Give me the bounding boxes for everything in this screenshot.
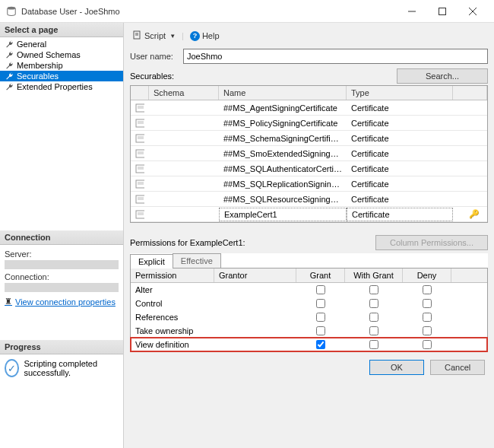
nav-label: Membership [17, 61, 63, 70]
nav-securables[interactable]: Securables [0, 71, 123, 81]
help-icon: ? [190, 31, 200, 41]
certificate-icon [131, 148, 149, 160]
maximize-button[interactable] [427, 1, 458, 22]
help-button[interactable]: ? Help [187, 30, 223, 43]
tab-explicit[interactable]: Explicit [130, 254, 173, 268]
row-type: Certificate [347, 102, 453, 114]
securable-row[interactable]: ##MS_SchemaSigningCertifica...Certificat… [131, 131, 487, 146]
grant-checkbox[interactable] [316, 340, 325, 349]
certificate-icon [131, 102, 149, 114]
minimize-button[interactable] [397, 1, 427, 22]
grant-checkbox[interactable] [316, 285, 325, 294]
deny-checkbox[interactable] [423, 285, 432, 294]
row-type: Certificate [347, 163, 453, 175]
script-label: Script [144, 31, 166, 40]
nav-label: General [17, 40, 46, 49]
certificate-icon [131, 132, 149, 145]
nav-label: Securables [17, 71, 59, 81]
row-name: ##MS_SmoExtendedSigningC... [219, 148, 347, 160]
permission-row[interactable]: View definition [131, 338, 487, 351]
select-page-header: Select a page [0, 23, 123, 37]
col-grantor: Grantor [214, 268, 296, 282]
col-deny: Deny [403, 268, 451, 282]
database-icon [6, 6, 17, 17]
close-button[interactable] [458, 1, 488, 22]
col-schema: Schema [149, 86, 219, 100]
deny-checkbox[interactable] [423, 299, 432, 308]
row-name: ##MS_AgentSigningCertificate [219, 102, 347, 114]
securable-row[interactable]: ##MS_SQLReplicationSigning...Certificate [131, 176, 487, 192]
securable-row[interactable]: ##MS_PolicySigningCertificateCertificate [131, 116, 487, 131]
perm-name: View definition [131, 339, 214, 350]
connection-link-text: View connection properties [15, 297, 116, 307]
success-check-icon: ✓ [5, 359, 19, 377]
search-button[interactable]: Search... [397, 68, 488, 84]
nav-general[interactable]: General [0, 39, 123, 49]
title-bar: Database User - JoeShmo [0, 0, 494, 23]
nav-owned-schemas[interactable]: Owned Schemas [0, 49, 123, 60]
view-connection-properties-link[interactable]: ♜ View connection properties [5, 297, 119, 307]
securable-row[interactable]: ##MS_SmoExtendedSigningC...Certificate [131, 146, 487, 161]
progress-header: Progress [0, 340, 123, 354]
permissions-grid[interactable]: Permission Grantor Grant With Grant Deny… [130, 268, 488, 352]
grant-checkbox[interactable] [316, 313, 325, 322]
permission-row[interactable]: Alter [131, 283, 487, 297]
column-permissions-button[interactable]: Column Permissions... [375, 235, 488, 250]
deny-checkbox[interactable] [423, 340, 432, 349]
connection-label: Connection: [5, 272, 119, 281]
server-label: Server: [5, 249, 119, 259]
svg-point-0 [8, 6, 16, 9]
row-type: Certificate [347, 148, 453, 160]
permission-row[interactable]: References [131, 310, 487, 324]
certificate-icon [131, 117, 149, 129]
certificate-icon [131, 208, 149, 221]
col-type: Type [347, 86, 453, 100]
grant-checkbox[interactable] [316, 299, 325, 308]
window-title: Database User - JoeShmo [21, 7, 397, 16]
securable-row[interactable]: ##MS_SQLResourceSigningC...Certificate [131, 192, 487, 207]
grant-checkbox[interactable] [316, 326, 325, 335]
permission-row[interactable]: Take ownership [131, 324, 487, 338]
permission-row[interactable]: Control [131, 297, 487, 310]
row-name: ExampleCert1 [219, 208, 347, 221]
col-with-grant: With Grant [345, 268, 403, 282]
username-label: User name: [130, 52, 183, 61]
username-input[interactable] [183, 49, 488, 64]
row-name: ##MS_SQLAuthenticatorCertifi... [219, 163, 347, 175]
col-permission: Permission [131, 268, 214, 282]
certificate-icon [131, 178, 149, 190]
with-grant-checkbox[interactable] [369, 313, 378, 322]
nav-label: Owned Schemas [17, 50, 81, 59]
row-type: Certificate [347, 132, 453, 145]
row-name: ##MS_PolicySigningCertificate [219, 117, 347, 129]
cancel-button[interactable]: Cancel [430, 360, 485, 375]
row-name: ##MS_SQLReplicationSigning... [219, 178, 347, 190]
securable-row[interactable]: ##MS_SQLAuthenticatorCertifi...Certifica… [131, 161, 487, 176]
connection-value [5, 283, 119, 292]
row-name: ##MS_SchemaSigningCertifica... [219, 132, 347, 145]
tab-effective[interactable]: Effective [173, 253, 221, 268]
server-value [5, 260, 119, 269]
nav-membership[interactable]: Membership [0, 60, 123, 71]
deny-checkbox[interactable] [423, 326, 432, 335]
deny-checkbox[interactable] [423, 313, 432, 322]
perm-name: References [131, 312, 214, 322]
securable-row[interactable]: ExampleCert1Certificate🔑 [131, 207, 487, 222]
with-grant-checkbox[interactable] [369, 285, 378, 294]
script-button[interactable]: Script ▼ [130, 29, 179, 43]
nav-extended-properties[interactable]: Extended Properties [0, 81, 123, 92]
with-grant-checkbox[interactable] [369, 326, 378, 335]
main-panel: Script ▼ | ? Help User name: Securables:… [124, 23, 494, 448]
connection-header: Connection [0, 230, 123, 245]
key-icon: 🔑 [469, 209, 480, 219]
with-grant-checkbox[interactable] [369, 299, 378, 308]
row-name: ##MS_SQLResourceSigningC... [219, 193, 347, 205]
securables-grid[interactable]: Schema Name Type ##MS_AgentSigningCertif… [130, 85, 488, 223]
script-icon [133, 30, 142, 41]
with-grant-checkbox[interactable] [369, 340, 378, 349]
securable-row[interactable]: ##MS_AgentSigningCertificateCertificate [131, 100, 487, 116]
col-grant: Grant [296, 268, 345, 282]
sidebar: Select a page General Owned Schemas Memb… [0, 23, 124, 448]
ok-button[interactable]: OK [369, 360, 424, 375]
row-type: Certificate [347, 193, 453, 205]
